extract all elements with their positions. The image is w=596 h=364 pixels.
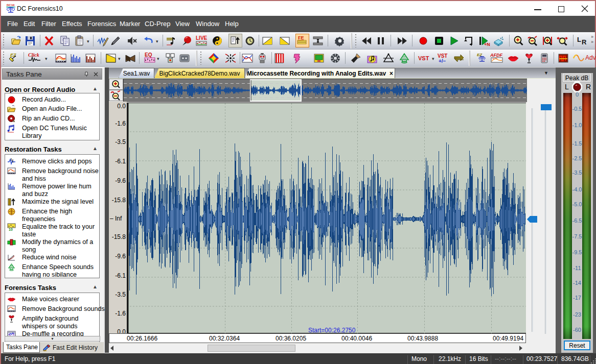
svg-text:AFDF: AFDF — [490, 53, 502, 58]
svg-text:Start=00:26.2750: Start=00:26.2750 — [308, 327, 356, 334]
svg-text:+/−: +/− — [439, 58, 446, 64]
svg-text:DC10: DC10 — [7, 4, 15, 7]
svg-text:Click: Click — [28, 52, 39, 58]
svg-text:R: R — [582, 38, 587, 46]
svg-text:EQ: EQ — [145, 52, 152, 58]
svg-text:10: 10 — [9, 228, 13, 231]
svg-text:L: L — [577, 36, 581, 43]
svg-text:LIVE: LIVE — [196, 35, 208, 41]
svg-text:VST: VST — [418, 55, 429, 61]
svg-text:+N: +N — [484, 42, 490, 47]
svg-text:EZ: EZ — [10, 53, 16, 58]
svg-text:FE: FE — [298, 35, 304, 40]
